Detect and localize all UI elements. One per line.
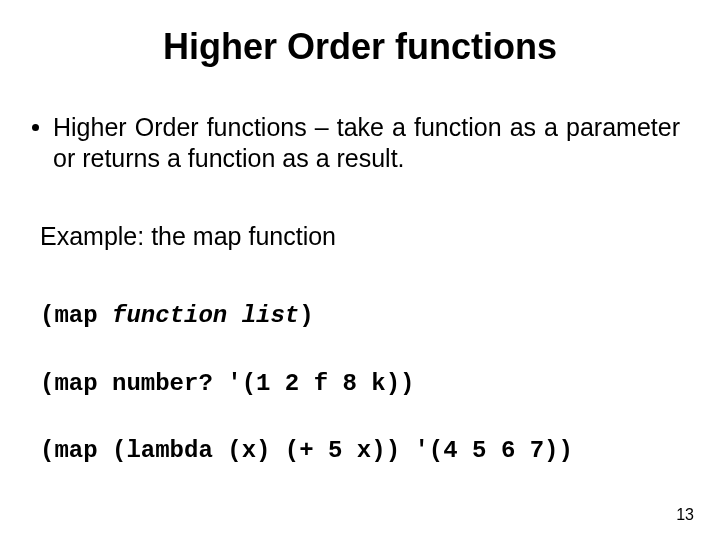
bullet-item: Higher Order functions – take a function… [40,112,680,175]
code-text: (map [40,302,112,329]
slide: Higher Order functions Higher Order func… [0,0,720,540]
code-italic: function list [112,302,299,329]
page-number: 13 [676,506,694,524]
slide-body: Higher Order functions – take a function… [40,112,680,535]
example-label: Example: the map function [40,221,680,252]
code-block: (map function list) (map number? '(1 2 f… [40,266,680,535]
code-line-3: (map (lambda (x) (+ 5 x)) '(4 5 6 7)) [40,434,680,468]
slide-title: Higher Order functions [40,26,680,68]
bullet-text: Higher Order functions – take a function… [53,112,680,175]
bullet-dot-icon [32,124,39,131]
code-line-2: (map number? '(1 2 f 8 k)) [40,367,680,401]
code-text: ) [299,302,313,329]
code-line-1: (map function list) [40,299,680,333]
